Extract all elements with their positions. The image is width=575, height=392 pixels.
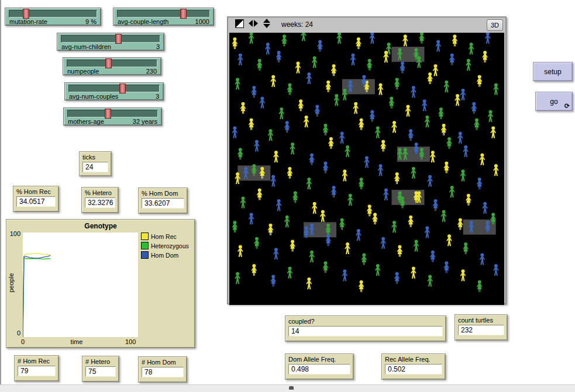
- monitor-pct-hom-dom: % Hom Dom 33.6207: [138, 188, 188, 214]
- monitor-count-turtles: count turtles 232: [455, 314, 508, 341]
- slider-label: numpeople: [67, 68, 99, 75]
- y-tick-min: 0: [8, 329, 20, 337]
- slider-label: avg-num-children: [61, 43, 111, 50]
- monitor-label: # Hetero: [85, 358, 116, 365]
- monitor-label: coupled?: [288, 318, 443, 325]
- slider-handle[interactable]: [105, 109, 111, 119]
- slider-numpeople[interactable]: numpeople230: [63, 57, 161, 75]
- monitor-value: 0.502: [385, 364, 442, 374]
- monitor-value: 78: [142, 367, 184, 377]
- setup-button[interactable]: setup: [533, 62, 573, 81]
- monitor-num-hom-dom: # Hom Dom 78: [138, 356, 187, 383]
- monitor-value: 232: [458, 325, 504, 335]
- slider-value: 3: [156, 43, 160, 50]
- plot-legend: Hom Rec Heterozygous Hom Dom: [141, 233, 189, 261]
- slider-handle[interactable]: [119, 84, 126, 93]
- slider-track[interactable]: [117, 10, 210, 18]
- world-view: weeks: 24 3D: [227, 16, 507, 304]
- world-svg: [229, 33, 504, 303]
- monitor-coupled: coupled? 14: [285, 315, 446, 342]
- slider-mothers-age[interactable]: mothers-age32 years: [63, 107, 162, 126]
- monitor-dom-allele-freq: Dom Allele Freq. 0.498: [285, 353, 354, 380]
- monitor-value: 33.6207: [142, 198, 184, 209]
- go-button[interactable]: go ⟳: [535, 92, 573, 111]
- monitor-value: 24: [82, 162, 108, 172]
- slider-label: mutation-rate: [9, 18, 47, 25]
- slider-label: mothers-age: [68, 118, 104, 125]
- monitor-label: % Hom Dom: [142, 190, 184, 197]
- plot-lines: [23, 233, 138, 337]
- slider-track[interactable]: [67, 110, 158, 117]
- slider-avg-num-children[interactable]: avg-num-children3: [57, 33, 164, 51]
- y-axis-label: people: [8, 265, 15, 300]
- monitor-value: 0.498: [288, 364, 350, 374]
- genotype-plot: Genotype 100 0 people 0 100 time Hom Rec…: [6, 219, 195, 348]
- legend-item: Hom Rec: [141, 233, 189, 240]
- monitor-label: % Hetero: [85, 189, 115, 196]
- forever-icon: ⟳: [564, 103, 570, 109]
- monitor-value: 34.0517: [16, 196, 56, 207]
- monitor-label: # Hom Rec: [18, 358, 56, 365]
- slider-track[interactable]: [9, 10, 97, 18]
- window-left-edge: [0, 0, 1, 384]
- monitor-num-hetero: # Hetero 75: [82, 356, 119, 382]
- slider-handle[interactable]: [115, 34, 122, 44]
- view-horizontal-arrows-icon[interactable]: [249, 19, 258, 30]
- monitor-num-hom-rec: # Hom Rec 79: [14, 355, 59, 381]
- legend-label: Hom Dom: [151, 252, 178, 259]
- slider-avg-couple-length[interactable]: avg-couple-length1000: [113, 8, 214, 26]
- plot-title: Genotype: [6, 222, 195, 230]
- monitor-value: 14: [288, 326, 443, 337]
- legend-swatch-hom-dom: [141, 251, 149, 259]
- monitor-value: 75: [85, 366, 116, 377]
- slider-value: 1000: [195, 18, 209, 25]
- monitor-value: 79: [18, 366, 56, 376]
- slider-label: avg-num-couples: [69, 93, 118, 100]
- slider-track[interactable]: [67, 60, 157, 67]
- slider-value: 3: [156, 93, 159, 100]
- x-axis-label: time: [59, 338, 94, 345]
- window-resize-nub[interactable]: [289, 386, 294, 390]
- legend-item: Heterozygous: [141, 242, 189, 249]
- monitor-label: Rec Allele Freq.: [385, 356, 442, 363]
- monitor-label: count turtles: [458, 317, 504, 324]
- bottom-bar: [0, 384, 575, 392]
- world-canvas: [229, 33, 504, 305]
- y-tick-max: 100: [8, 230, 20, 237]
- legend-label: Hom Rec: [151, 233, 177, 240]
- monitor-pct-hom-rec: % Hom Rec 34.0517: [13, 186, 59, 212]
- slider-mutation-rate[interactable]: mutation-rate9 %: [5, 8, 101, 26]
- slider-value: 32 years: [133, 118, 157, 125]
- slider-handle[interactable]: [105, 58, 112, 68]
- slider-avg-num-couples[interactable]: avg-num-couples3: [64, 82, 164, 100]
- go-button-label: go: [550, 98, 557, 106]
- monitor-label: % Hom Rec: [16, 188, 56, 195]
- monitor-rec-allele-freq: Rec Allele Freq. 0.502: [381, 353, 446, 380]
- slider-handle[interactable]: [23, 9, 29, 19]
- legend-swatch-heterozygous: [141, 242, 149, 249]
- legend-item: Hom Dom: [141, 251, 189, 259]
- slider-track[interactable]: [61, 35, 160, 43]
- x-tick-max: 100: [125, 338, 136, 345]
- legend-label: Heterozygous: [151, 242, 189, 249]
- x-tick-min: 0: [21, 338, 25, 345]
- monitor-pct-hetero: % Hetero 32.3276: [81, 187, 119, 213]
- view-header: weeks: 24 3D: [228, 18, 505, 32]
- monitor-label: Dom Allele Freq.: [288, 356, 350, 363]
- slider-label: avg-couple-length: [118, 18, 168, 25]
- slider-handle[interactable]: [180, 9, 187, 19]
- plot-canvas: [23, 233, 138, 337]
- view-resize-icon[interactable]: [235, 19, 244, 30]
- view-vertical-arrows-icon[interactable]: [263, 19, 271, 30]
- monitor-ticks: ticks 24: [79, 151, 112, 176]
- setup-button-label: setup: [544, 68, 561, 76]
- slider-value: 230: [146, 68, 157, 75]
- monitor-label: ticks: [82, 154, 108, 161]
- slider-track[interactable]: [68, 85, 160, 92]
- legend-swatch-hom-rec: [141, 233, 149, 240]
- threed-button[interactable]: 3D: [487, 19, 503, 31]
- tick-counter: weeks: 24: [281, 20, 313, 29]
- slider-value: 9 %: [85, 18, 97, 25]
- monitor-label: # Hom Dom: [142, 359, 184, 366]
- monitor-value: 32.3276: [85, 197, 115, 208]
